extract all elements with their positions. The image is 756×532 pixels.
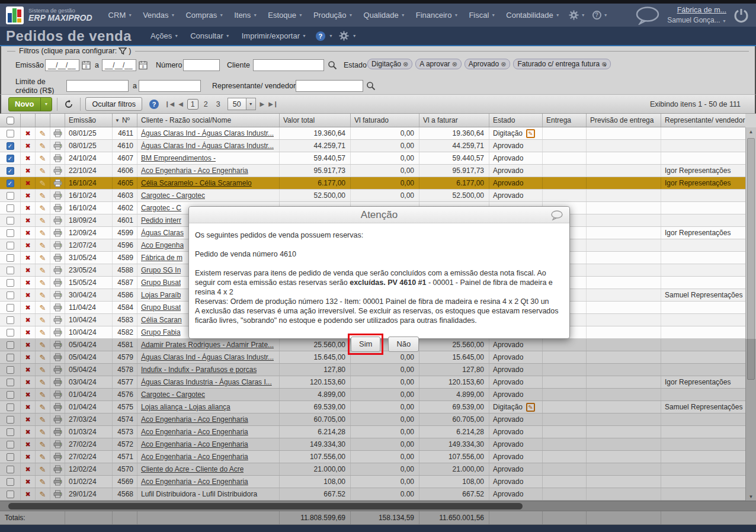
search-icon[interactable] xyxy=(366,81,376,91)
table-row[interactable]: ✖✎08/01/254611Águas Claras Ind - Águas C… xyxy=(0,127,745,140)
page-number-3[interactable]: 3 xyxy=(213,100,223,109)
printer-icon[interactable] xyxy=(53,204,62,212)
remove-tag-icon[interactable]: ⊗ xyxy=(403,60,408,68)
printer-icon[interactable] xyxy=(53,191,62,200)
novo-dropdown[interactable]: ▼ xyxy=(40,98,52,111)
client-link[interactable]: Fábrica de m xyxy=(141,254,182,262)
pencil-icon[interactable]: ✎ xyxy=(40,477,46,486)
printer-icon[interactable] xyxy=(53,241,62,249)
pencil-icon[interactable]: ✎ xyxy=(40,353,46,362)
printer-icon[interactable] xyxy=(53,415,62,424)
client-link[interactable]: BM Empreendimentos - xyxy=(141,154,216,162)
delete-icon[interactable]: ✖ xyxy=(25,491,30,498)
delete-icon[interactable]: ✖ xyxy=(25,478,30,486)
pencil-icon[interactable]: ✎ xyxy=(40,465,46,474)
delete-icon[interactable]: ✖ xyxy=(25,229,30,237)
printer-icon[interactable] xyxy=(53,428,62,436)
delete-icon[interactable]: ✖ xyxy=(25,329,30,336)
row-checkbox[interactable] xyxy=(7,491,14,498)
row-checkbox[interactable] xyxy=(7,379,14,386)
last-page-icon[interactable]: ▶❙ xyxy=(268,101,278,107)
printer-icon[interactable] xyxy=(53,303,62,312)
delete-icon[interactable]: ✖ xyxy=(25,354,30,361)
company-link[interactable]: Fábrica de m... xyxy=(677,6,726,14)
printer-icon[interactable] xyxy=(53,366,62,374)
chat-bubble-icon[interactable] xyxy=(635,6,660,25)
row-checkbox[interactable]: ✓ xyxy=(7,142,14,150)
table-row[interactable]: ✖✎01/04/244576Cargotec - Cargotec4.899,0… xyxy=(0,389,745,401)
table-row[interactable]: ✖✎27/03/244574Aco Engenharia - Aco Engen… xyxy=(0,414,745,426)
user-menu[interactable]: Samuel Gonça... xyxy=(667,16,720,24)
client-link[interactable]: Águas Claras Ind - Águas Claras Industr.… xyxy=(141,142,274,150)
toolbar-help-icon[interactable]: ? xyxy=(149,100,159,109)
client-link[interactable]: Aco Engenharia - Aco Engenharia xyxy=(141,415,248,424)
row-checkbox[interactable] xyxy=(7,478,14,486)
scroll-up-icon[interactable]: ▲ xyxy=(746,127,756,136)
nao-button[interactable]: Não xyxy=(388,336,419,352)
emissao-to-input[interactable]: __/__/__ xyxy=(102,59,136,71)
pencil-icon[interactable]: ✎ xyxy=(40,328,46,337)
printer-icon[interactable] xyxy=(53,254,62,262)
client-link[interactable]: Célia Scaramelo - Célia Scaramelo xyxy=(141,179,252,187)
client-link[interactable]: Indufix - Indufix - Parafusos e porcas xyxy=(141,366,257,374)
estado-edit-icon[interactable]: ✎ xyxy=(526,129,535,138)
header-valor-total[interactable]: Valor total xyxy=(280,114,351,127)
client-link[interactable]: Cliente do Acre - Cliente do Acre xyxy=(141,465,244,473)
row-checkbox[interactable] xyxy=(7,354,14,361)
delete-icon[interactable]: ✖ xyxy=(25,242,30,249)
row-checkbox[interactable] xyxy=(7,366,14,374)
printer-icon[interactable] xyxy=(53,129,62,137)
pencil-icon[interactable]: ✎ xyxy=(40,191,46,200)
pencil-icon[interactable]: ✎ xyxy=(40,142,46,150)
printer-icon[interactable] xyxy=(53,477,62,486)
cliente-input[interactable] xyxy=(253,59,324,71)
client-link[interactable]: Lojas aliança - Lojas aliança xyxy=(141,403,230,411)
top-menu-7[interactable]: Financeiro▼ xyxy=(416,11,459,20)
header-representante[interactable]: Representante/ vendedor xyxy=(661,114,745,127)
delete-icon[interactable]: ✖ xyxy=(25,167,30,175)
row-checkbox[interactable] xyxy=(7,291,14,299)
row-checkbox[interactable] xyxy=(7,204,14,212)
top-menu-5[interactable]: Produção▼ xyxy=(313,11,353,20)
header-estado[interactable]: Estado xyxy=(489,114,543,127)
table-row[interactable]: ✖✎03/04/244577Águas Claras Industria - Á… xyxy=(0,376,745,389)
delete-icon[interactable]: ✖ xyxy=(25,279,30,287)
delete-icon[interactable]: ✖ xyxy=(25,416,30,424)
horizontal-scrollbar-thumb[interactable] xyxy=(8,503,523,509)
pencil-icon[interactable]: ✎ xyxy=(40,366,46,374)
header-vl-faturado[interactable]: Vl faturado xyxy=(351,114,419,127)
horizontal-scrollbar[interactable] xyxy=(0,501,756,511)
pencil-icon[interactable]: ✎ xyxy=(40,341,46,350)
top-menu-3[interactable]: Itens▼ xyxy=(234,11,257,20)
printer-icon[interactable] xyxy=(53,142,62,150)
first-page-icon[interactable]: ❙◀ xyxy=(165,101,174,107)
refresh-button[interactable] xyxy=(62,98,75,111)
table-row[interactable]: ✓✖✎22/10/244606Aco Engenharia - Aco Enge… xyxy=(0,165,745,177)
page-size-select[interactable]: 50 ▼ xyxy=(228,98,256,110)
client-link[interactable]: Cargotec - Cargotec xyxy=(141,191,205,200)
remove-tag-icon[interactable]: ⊗ xyxy=(452,60,457,68)
emissao-from-input[interactable]: __/__/__ xyxy=(45,59,79,71)
printer-icon[interactable] xyxy=(53,490,62,498)
client-link[interactable]: Cargotec - C xyxy=(141,204,181,212)
header-cliente[interactable]: Cliente - Razão social/Nome xyxy=(137,114,280,127)
row-checkbox[interactable] xyxy=(7,267,14,274)
pencil-icon[interactable]: ✎ xyxy=(40,254,46,262)
header-emissao[interactable]: Emissão xyxy=(65,114,113,127)
row-checkbox[interactable] xyxy=(7,242,14,249)
row-checkbox[interactable] xyxy=(7,304,14,312)
delete-icon[interactable]: ✖ xyxy=(25,130,30,137)
page-help-icon[interactable]: ? xyxy=(316,31,325,41)
pencil-icon[interactable]: ✎ xyxy=(40,440,46,449)
pencil-icon[interactable]: ✎ xyxy=(40,154,46,163)
client-link[interactable]: Aco Engenharia - Aco Engenharia xyxy=(141,440,248,448)
header-entrega[interactable]: Entrega xyxy=(543,114,587,127)
delete-icon[interactable]: ✖ xyxy=(25,254,30,262)
printer-icon[interactable] xyxy=(53,216,62,225)
printer-icon[interactable] xyxy=(53,229,62,237)
row-checkbox[interactable] xyxy=(7,441,14,448)
client-link[interactable]: Águas Claras Ind - Águas Claras Industr.… xyxy=(141,129,274,137)
page-number-1[interactable]: 1 xyxy=(187,99,198,110)
delete-icon[interactable]: ✖ xyxy=(25,441,30,448)
client-link[interactable]: Aco Engenharia - Aco Engenharia xyxy=(141,166,248,175)
